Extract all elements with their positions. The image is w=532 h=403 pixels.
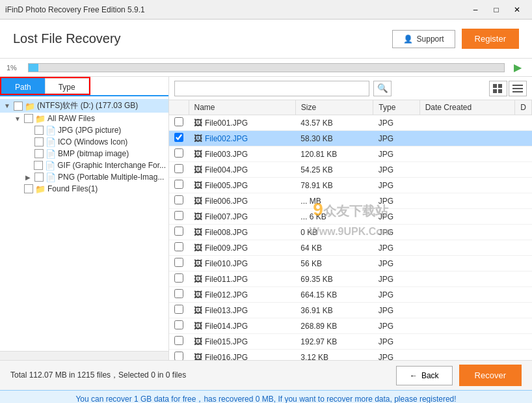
tab-path[interactable]: Path — [1, 78, 45, 94]
table-row[interactable]: 🖼File007.JPG... 6 KBJPG — [169, 209, 532, 225]
search-button[interactable]: 🔍 — [373, 81, 392, 96]
file-checkbox[interactable] — [174, 195, 183, 204]
status-text: Total 112.07 MB in 1215 files，Selected 0… — [10, 370, 390, 381]
support-button[interactable]: 👤 Support — [392, 30, 455, 48]
tree-item[interactable]: ▼📁All RAW Files — [0, 113, 168, 124]
tree-checkbox[interactable] — [24, 184, 33, 193]
jpg-file-icon: 🖼 — [194, 196, 202, 206]
tree-item[interactable]: 📄GIF (Graphic Interchange For... — [0, 160, 168, 171]
table-row[interactable]: 🖼File014.JPG268.89 KBJPG — [169, 318, 532, 334]
file-d — [515, 225, 532, 240]
file-checkbox[interactable] — [174, 273, 183, 283]
file-table-container[interactable]: Name Size Type Date Created D 🖼File001.J… — [169, 100, 532, 360]
file-checkbox[interactable] — [174, 227, 183, 236]
list-view-button[interactable] — [509, 81, 527, 96]
view-buttons — [489, 81, 527, 96]
horizontal-scrollbar[interactable] — [0, 351, 168, 360]
tree-expand-icon[interactable]: ▼ — [3, 102, 12, 109]
tree-item[interactable]: 📄JPG (JPG picture) — [0, 124, 168, 136]
file-d — [515, 318, 532, 334]
table-row[interactable]: 🖼File011.JPG69.35 KBJPG — [169, 271, 532, 287]
file-checkbox[interactable] — [174, 352, 183, 360]
back-button[interactable]: ← Back — [396, 366, 453, 385]
tree-checkbox[interactable] — [14, 102, 23, 111]
table-row[interactable]: 🖼File001.JPG43.57 KBJPG — [169, 115, 532, 131]
main-content: Path Type ▼📁(NTFS)软件 (D:) (177.03 GB)▼📁A… — [0, 77, 532, 360]
left-panel: Path Type ▼📁(NTFS)软件 (D:) (177.03 GB)▼📁A… — [0, 77, 169, 360]
table-row[interactable]: 🖼File016.JPG3.12 KBJPG — [169, 350, 532, 361]
jpg-file-icon: 🖼 — [194, 212, 202, 221]
file-checkbox[interactable] — [174, 117, 183, 126]
back-icon: ← — [410, 371, 418, 380]
file-d — [515, 162, 532, 178]
file-checkbox[interactable] — [174, 164, 183, 173]
file-checkbox[interactable] — [174, 148, 183, 158]
app-title: iFinD Photo Recovery Free Edition 5.9.1 — [5, 5, 466, 14]
file-type: JPG — [373, 131, 419, 146]
file-name: File007.JPG — [205, 212, 248, 221]
register-button[interactable]: Register — [462, 29, 519, 49]
tree-label: GIF (Graphic Interchange For... — [57, 161, 166, 170]
maximize-button[interactable]: □ — [486, 3, 506, 17]
table-row[interactable]: 🖼File003.JPG120.81 KBJPG — [169, 146, 532, 162]
file-checkbox[interactable] — [174, 289, 183, 298]
minimize-button[interactable]: – — [466, 3, 485, 17]
tree-item[interactable]: ▶📄PNG (Portable Multiple-Imag... — [0, 171, 168, 183]
bottom-status: Total 112.07 MB in 1215 files，Selected 0… — [0, 360, 532, 390]
search-input[interactable] — [174, 81, 369, 96]
file-checkbox[interactable] — [174, 242, 183, 251]
tree-item[interactable]: 📄ICO (Windows Icon) — [0, 136, 168, 148]
file-type: JPG — [373, 146, 419, 162]
table-row[interactable]: 🖼File005.JPG78.91 KBJPG — [169, 178, 532, 193]
file-checkbox[interactable] — [174, 258, 183, 267]
tree-expand-icon[interactable]: ▶ — [23, 174, 33, 181]
file-date — [419, 178, 515, 193]
tree-expand-icon[interactable]: ▼ — [13, 115, 22, 122]
tree-checkbox[interactable] — [24, 114, 33, 123]
jpg-file-icon: 🖼 — [194, 149, 202, 159]
tree-checkbox[interactable] — [34, 126, 44, 135]
file-checkbox[interactable] — [174, 180, 183, 189]
file-size: 54.25 KB — [295, 162, 373, 178]
right-toolbar: 🔍 — [169, 77, 532, 100]
tree-label: ICO (Windows Icon) — [58, 137, 127, 146]
svg-rect-5 — [512, 88, 523, 89]
tree-label: (NTFS)软件 (D:) (177.03 GB) — [37, 100, 138, 111]
table-row[interactable]: 🖼File013.JPG36.91 KBJPG — [169, 303, 532, 318]
file-name: File016.JPG — [205, 353, 248, 360]
file-checkbox[interactable] — [174, 211, 183, 220]
tree-item[interactable]: 📄BMP (bitmap image) — [0, 148, 168, 160]
tree-item[interactable]: ▼📁(NTFS)软件 (D:) (177.03 GB) — [0, 99, 168, 113]
file-checkbox[interactable] — [174, 336, 183, 345]
file-size: 120.81 KB — [295, 146, 373, 162]
file-checkbox[interactable] — [174, 133, 183, 142]
file-date — [419, 115, 515, 131]
tree-checkbox[interactable] — [34, 137, 44, 146]
file-checkbox[interactable] — [174, 305, 183, 314]
grid-view-button[interactable] — [489, 81, 507, 96]
tab-type[interactable]: Type — [45, 78, 89, 94]
file-checkbox[interactable] — [174, 320, 183, 329]
file-size: 58.30 KB — [295, 131, 373, 146]
jpg-file-icon: 🖼 — [194, 118, 202, 128]
tree-checkbox[interactable] — [34, 173, 44, 182]
table-row[interactable]: 🖼File006.JPG... MBJPG — [169, 193, 532, 209]
table-row[interactable]: 🖼File012.JPG664.15 KBJPG — [169, 287, 532, 303]
file-size: ... 6 KB — [295, 209, 373, 225]
play-button[interactable]: ▶ — [510, 60, 525, 76]
table-row[interactable]: 🖼File002.JPG58.30 KBJPG — [169, 131, 532, 146]
tree-checkbox[interactable] — [34, 149, 44, 158]
recover-button[interactable]: Recover — [459, 365, 522, 386]
table-row[interactable]: 🖼File009.JPG64 KBJPG — [169, 240, 532, 256]
close-button[interactable]: ✕ — [507, 3, 527, 17]
table-row[interactable]: 🖼File008.JPG0 KBJPG — [169, 225, 532, 240]
table-row[interactable]: 🖼File004.JPG54.25 KBJPG — [169, 162, 532, 178]
file-name: File001.JPG — [205, 118, 248, 128]
file-date — [419, 271, 515, 287]
tree-area[interactable]: ▼📁(NTFS)软件 (D:) (177.03 GB)▼📁All RAW Fil… — [0, 96, 168, 351]
file-size: 36.91 KB — [295, 303, 373, 318]
table-row[interactable]: 🖼File015.JPG192.97 KBJPG — [169, 334, 532, 350]
tree-item[interactable]: 📁Found Files(1) — [0, 183, 168, 195]
table-row[interactable]: 🖼File010.JPG56 KBJPG — [169, 256, 532, 271]
tree-checkbox[interactable] — [34, 161, 43, 170]
